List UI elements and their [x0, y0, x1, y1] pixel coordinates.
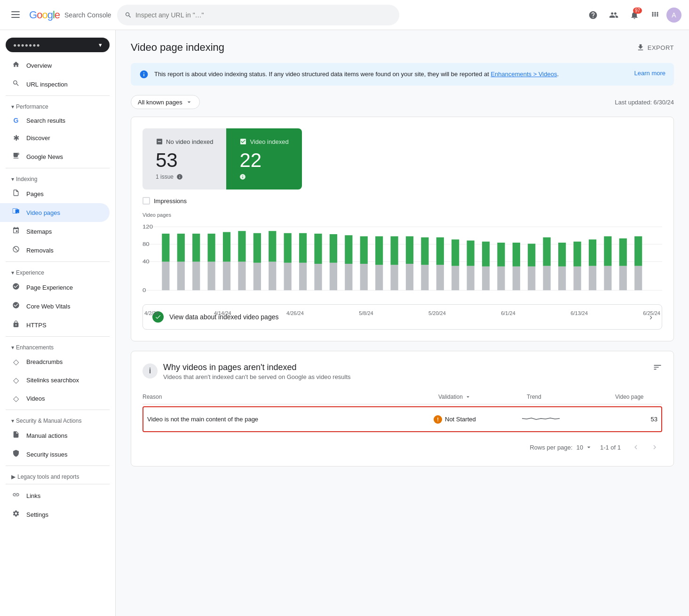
rows-per-page[interactable]: Rows per page: 10: [530, 443, 593, 451]
search-icon: [125, 11, 132, 19]
section-legacy[interactable]: ▶ Legacy tools and reports: [0, 468, 115, 482]
svg-rect-56: [497, 243, 505, 267]
section-indexing[interactable]: ▾ Indexing: [0, 170, 115, 184]
sidebar-item-https[interactable]: HTTPS: [0, 316, 110, 334]
chevron-icon: ▾: [11, 418, 14, 424]
sidebar-item-page-experience[interactable]: Page Experience: [0, 278, 110, 297]
checkbox-checked-icon: [239, 138, 247, 145]
sidebar-item-url-inspection[interactable]: URL inspection: [0, 75, 110, 94]
info-banner: This report is about video indexing stat…: [131, 63, 674, 86]
sidebar-item-label: Settings: [26, 511, 48, 518]
chevron-icon: ▾: [11, 344, 14, 351]
export-button[interactable]: EXPORT: [636, 43, 674, 52]
filter-chevron-icon: [185, 98, 193, 106]
sidebar-item-videos[interactable]: ◇ Videos: [0, 389, 110, 408]
export-label: EXPORT: [648, 44, 674, 51]
filter-icon[interactable]: [653, 363, 662, 374]
svg-rect-26: [269, 231, 276, 261]
filter-button[interactable]: All known pages: [131, 95, 200, 109]
section-enhancements[interactable]: ▾ Enhancements: [0, 339, 115, 353]
sidebar-item-sitemaps[interactable]: Sitemaps: [0, 222, 110, 241]
pages-icon: [11, 189, 21, 198]
help-icon-btn[interactable]: [584, 6, 602, 24]
menu-icon[interactable]: [8, 6, 24, 24]
apps-icon-btn[interactable]: [646, 6, 665, 24]
sidebar-item-video-pages[interactable]: Video pages: [0, 203, 110, 222]
sidebar-item-security-issues[interactable]: Security issues: [0, 445, 110, 464]
view-data-link[interactable]: View data about indexed video pages ›: [143, 304, 662, 330]
stat-card-no-video[interactable]: No video indexed 53 1 issue: [143, 128, 226, 190]
search-bar[interactable]: [117, 5, 399, 25]
chart-label: Video pages: [143, 212, 662, 218]
people-icon-btn[interactable]: [604, 6, 623, 24]
pagination-next-button[interactable]: [647, 440, 662, 455]
section-experience[interactable]: ▾ Experience: [0, 264, 115, 278]
section-label: Legacy tools and reports: [17, 474, 79, 480]
video-label: Video indexed: [250, 138, 288, 145]
section-label: Security & Manual Actions: [16, 418, 81, 424]
notifications-icon-btn[interactable]: 97: [625, 6, 644, 24]
sidebar-item-overview[interactable]: Overview: [0, 56, 110, 75]
reason-text: Video is not the main content of the pag…: [147, 416, 430, 423]
sidebar-divider-2: [6, 168, 110, 168]
impressions-toggle[interactable]: Impressions: [143, 197, 662, 205]
svg-rect-38: [360, 237, 368, 264]
sidebar-item-google-news[interactable]: Google News: [0, 147, 110, 166]
sidebar-item-pages[interactable]: Pages: [0, 184, 110, 203]
svg-text:120: 120: [143, 224, 153, 229]
sidebar-item-label: Overview: [26, 62, 52, 69]
news-icon: [11, 152, 21, 161]
enhancements-link[interactable]: Enhancements > Videos: [491, 71, 557, 78]
svg-rect-15: [192, 262, 200, 291]
validation-text: Not Started: [445, 416, 476, 423]
search-input[interactable]: [135, 11, 392, 19]
section-security[interactable]: ▾ Security & Manual Actions: [0, 412, 115, 426]
svg-rect-14: [177, 234, 185, 262]
property-selector[interactable]: ●●●●●●● ▾: [6, 38, 110, 52]
sidebar-item-label: URL inspection: [26, 81, 68, 88]
svg-rect-32: [314, 234, 322, 264]
video-pages-icon: [11, 208, 21, 217]
removals-icon: [11, 245, 21, 255]
svg-rect-72: [619, 238, 627, 266]
sidebar-item-discover[interactable]: ✱ Discover: [0, 129, 110, 147]
sidebar-item-breadcrumbs[interactable]: ◇ Breadcrumbs: [0, 353, 110, 371]
sidebar-divider: [6, 95, 110, 96]
section-performance[interactable]: ▾ Performance: [0, 98, 115, 112]
stat-card-video[interactable]: Video indexed 22: [226, 128, 301, 190]
https-icon: [11, 320, 21, 330]
impressions-checkbox[interactable]: [143, 197, 150, 205]
sidebar-item-removals[interactable]: Removals: [0, 241, 110, 260]
svg-rect-39: [375, 265, 383, 290]
sidebar-item-settings[interactable]: Settings: [0, 505, 110, 524]
learn-more-link[interactable]: Learn more: [634, 70, 665, 77]
avatar[interactable]: A: [666, 8, 681, 23]
svg-rect-16: [192, 234, 200, 262]
settings-icon: [11, 510, 21, 519]
svg-rect-60: [528, 244, 535, 266]
sidebar-item-core-web-vitals[interactable]: Core Web Vitals: [0, 297, 110, 316]
svg-rect-29: [299, 263, 307, 291]
svg-rect-69: [604, 266, 611, 291]
svg-rect-34: [330, 234, 337, 263]
sidebar-item-sitelinks-searchbox[interactable]: ◇ Sitelinks searchbox: [0, 371, 110, 389]
svg-rect-19: [223, 262, 230, 291]
svg-rect-11: [162, 262, 169, 291]
svg-rect-0: [11, 11, 20, 12]
sidebar-item-links[interactable]: Links: [0, 486, 110, 505]
table-row-highlighted[interactable]: Video is not the main content of the pag…: [143, 406, 662, 432]
svg-rect-28: [284, 233, 292, 263]
home-icon: [11, 61, 21, 70]
sidebar-item-search-results[interactable]: G Search results: [0, 112, 110, 129]
chevron-icon: ▾: [11, 176, 14, 182]
topbar: Google Search Console 97 A: [0, 0, 689, 30]
svg-rect-35: [345, 264, 352, 290]
svg-rect-51: [467, 266, 475, 291]
svg-rect-67: [589, 266, 596, 291]
sidebar-item-label: Security issues: [26, 451, 67, 458]
section-label: Experience: [16, 269, 44, 276]
video-number: 22: [239, 149, 288, 172]
pagination-prev-button[interactable]: [628, 440, 643, 455]
sidebar-item-manual-actions[interactable]: Manual actions: [0, 426, 110, 445]
svg-rect-47: [436, 265, 444, 290]
